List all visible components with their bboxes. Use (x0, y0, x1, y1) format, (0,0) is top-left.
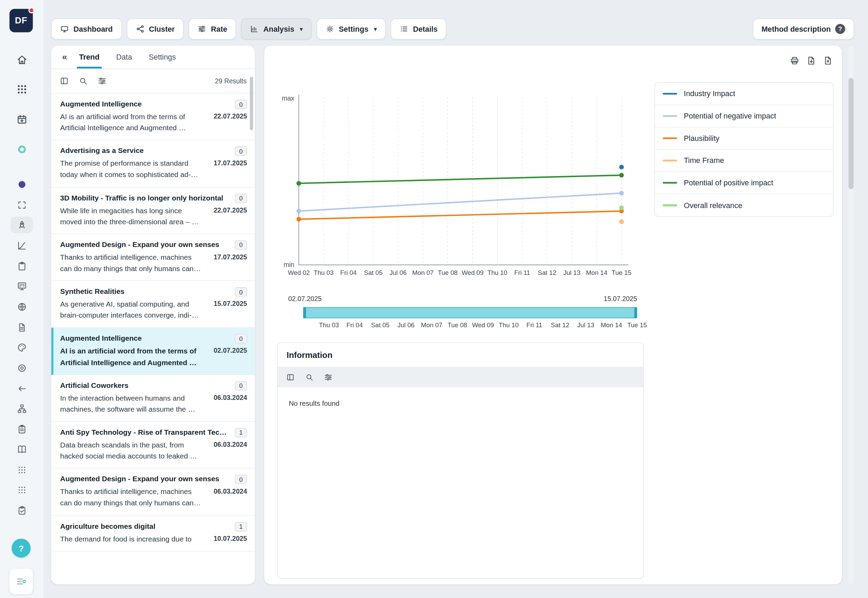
legend-item-plausibility[interactable]: Plausibility (655, 127, 833, 150)
svg-text:Sat 12: Sat 12 (538, 269, 556, 276)
rail-item-calendar-add[interactable] (11, 111, 33, 127)
nav-details[interactable]: Details (391, 18, 447, 39)
trend-title: Augmented Intelligence (60, 334, 230, 342)
trend-date: 22.07.2025 (214, 112, 247, 120)
legend-item-industry-impact[interactable]: Industry Impact (655, 83, 833, 105)
rail-item-dots-grid-2[interactable] (11, 481, 33, 498)
file-x-icon[interactable] (823, 56, 833, 66)
slider-tick-label: Tue 15 (627, 322, 647, 328)
rail-item-globe[interactable] (11, 298, 33, 315)
rail-item-clipboard-check[interactable] (11, 502, 33, 519)
nav-label: Cluster (149, 25, 175, 33)
tab-data[interactable]: Data (114, 45, 134, 68)
trend-title: Synthetic Realities (60, 287, 230, 296)
slider-range-bar[interactable] (303, 307, 637, 318)
rail-item-clipboard[interactable] (11, 258, 33, 274)
rail-item-purple-dot[interactable] (11, 176, 33, 192)
table-columns-icon[interactable] (60, 76, 69, 85)
rail-item-hierarchy[interactable] (11, 400, 33, 417)
table-columns-icon[interactable] (286, 373, 295, 382)
legend-item-time-frame[interactable]: Time Frame (655, 150, 833, 172)
rail-item-rocket[interactable] (11, 216, 33, 233)
slider-tick-label: Fri 11 (526, 322, 542, 328)
rail-item-dots-grid[interactable] (11, 461, 33, 478)
slider-start-date: 02.07.2025 (288, 295, 322, 303)
list-item[interactable]: Augmented Design - Expand your own sense… (51, 469, 255, 516)
rail-item-target[interactable] (11, 360, 33, 376)
rail-item-ring[interactable] (11, 141, 33, 157)
trend-date: 02.07.2025 (214, 347, 247, 355)
list-item[interactable]: Artificial Coworkers0In the interaction … (51, 375, 255, 422)
tab-trend[interactable]: Trend (77, 45, 102, 68)
app-logo[interactable]: DF (9, 9, 33, 32)
list-item[interactable]: Synthetic Realities0As generative AI, sp… (51, 281, 255, 328)
legend-swatch (663, 204, 677, 206)
nav-settings[interactable]: Settings▾ (317, 18, 386, 39)
information-panel: Information No results found (277, 342, 644, 579)
trend-description: Data breach scandals in the past, from h… (60, 440, 203, 462)
list-item[interactable]: Augmented Design - Expand your own sense… (51, 234, 255, 281)
svg-text:Fri 04: Fri 04 (340, 269, 357, 276)
globe-icon (16, 301, 27, 312)
list-item[interactable]: Augmented Intelligence0AI is an artifici… (51, 328, 255, 375)
nav-label: Details (413, 25, 438, 33)
rail-item-palette[interactable] (11, 339, 33, 356)
trend-title: Anti Spy Technology - Rise of Transparen… (60, 428, 230, 436)
legend-item-overall-relevance[interactable]: Overall relevance (655, 194, 833, 217)
trend-description: AI is an artificial word from the terms … (60, 346, 203, 368)
file-export-icon[interactable] (806, 56, 816, 66)
svg-text:Thu 10: Thu 10 (487, 269, 507, 276)
trend-date: 17.07.2025 (214, 253, 247, 261)
rail-item-expand[interactable] (11, 196, 33, 213)
rail-item-book[interactable] (11, 441, 33, 457)
slider-right-handle[interactable] (635, 307, 637, 318)
list-item[interactable]: Agriculture becomes digital1The demand f… (51, 516, 255, 552)
information-title: Information (278, 343, 643, 367)
list-item[interactable]: Anti Spy Technology - Rise of Transparen… (51, 422, 255, 468)
slider-end-date: 15.07.2025 (604, 295, 637, 303)
legend-item-potential-of-negative-impact[interactable]: Potential of negative impact (655, 105, 833, 127)
chart-icon (250, 24, 259, 33)
method-description-button[interactable]: Method description ? (753, 18, 854, 39)
list-item[interactable]: Advertising as a Service0The promise of … (51, 141, 255, 187)
rail-item-s-curve[interactable] (11, 237, 33, 254)
chart-legend: Industry ImpactPotential of negative imp… (654, 82, 834, 217)
list-item[interactable]: 3D Mobility - Traffic is no longer only … (51, 187, 255, 234)
page-scrollbar-thumb[interactable] (849, 78, 853, 189)
printer-icon[interactable] (789, 56, 799, 66)
filter-icon[interactable] (324, 373, 333, 382)
rail-item-kanban[interactable] (11, 278, 33, 294)
nav-analysis[interactable]: Analysis▾ (241, 18, 311, 39)
trend-title: Artificial Coworkers (60, 381, 230, 389)
rail-item-document[interactable] (11, 319, 33, 335)
hierarchy-icon (16, 403, 27, 414)
count-badge: 0 (235, 475, 247, 484)
sidebar-rail: DF ? (0, 0, 43, 598)
trend-chart: maxminWed 02Thu 03Fri 04Sat 05Jul 06Mon … (276, 83, 643, 290)
list-scrollbar-thumb[interactable] (250, 77, 253, 130)
help-button[interactable]: ? (12, 539, 31, 558)
list-item[interactable]: Augmented Intelligence0AI is an artifici… (51, 93, 255, 140)
search-icon[interactable] (79, 76, 88, 85)
search-icon[interactable] (305, 373, 314, 382)
partner-logo[interactable] (9, 569, 33, 594)
clipboard-icon (16, 261, 27, 271)
tab-settings[interactable]: Settings (146, 45, 178, 68)
nav-rate[interactable]: Rate (189, 18, 236, 39)
legend-item-potential-of-positive-impact[interactable]: Potential of positive impact (655, 172, 833, 194)
rail-item-arrow-left[interactable] (11, 380, 33, 396)
nav-cluster[interactable]: Cluster (127, 18, 184, 39)
slider-left-handle[interactable] (303, 307, 306, 318)
trend-description: Thanks to artificial intelligence, machi… (60, 486, 203, 509)
calendar-add-icon (16, 113, 28, 125)
monitor-icon (60, 24, 69, 33)
notification-dot (28, 7, 34, 13)
nav-dashboard[interactable]: Dashboard (51, 18, 122, 39)
panel-tabs: TrendDataSettings (77, 45, 178, 68)
filter-icon[interactable] (97, 76, 107, 85)
rail-item-clipboard-list[interactable] (11, 421, 33, 437)
collapse-panel-icon[interactable]: « (58, 45, 71, 69)
rail-item-home[interactable] (11, 51, 33, 68)
rail-item-apps-grid[interactable] (11, 81, 33, 97)
trend-chart-svg: maxminWed 02Thu 03Fri 04Sat 05Jul 06Mon … (276, 83, 643, 290)
